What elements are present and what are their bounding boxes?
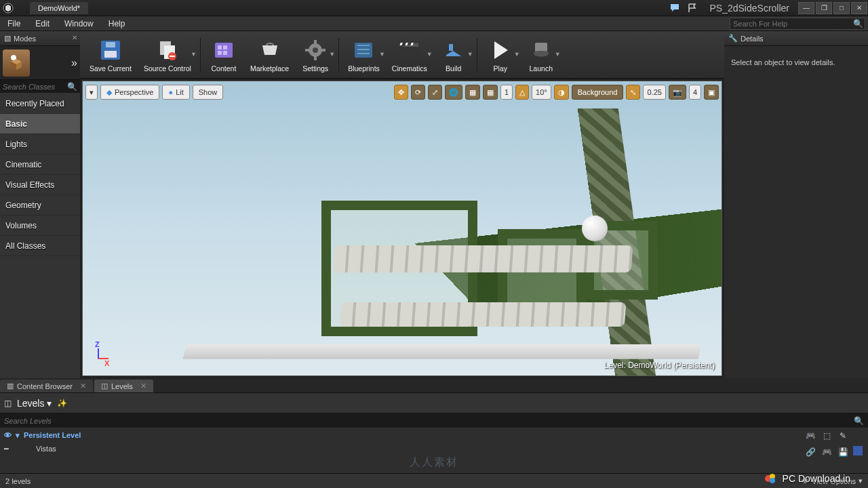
maximize-viewport-icon[interactable]: ▣ (704, 85, 719, 100)
lock-icon[interactable]: 🔗 (804, 446, 816, 458)
save-icon[interactable]: 💾 (837, 446, 849, 458)
source-control-icon (155, 37, 180, 63)
scale-snap-icon[interactable]: ◑ (554, 85, 569, 100)
content-button[interactable]: Content (204, 33, 243, 77)
flag-icon[interactable] (686, 1, 699, 15)
svg-rect-26 (405, 43, 408, 45)
close-icon[interactable]: ✕ (140, 382, 146, 390)
chevron-down-icon[interactable]: ▾ (16, 431, 20, 440)
svg-rect-24 (401, 47, 418, 58)
cinematics-button[interactable]: Cinematics ▼ (387, 33, 433, 77)
chevron-down-icon[interactable]: ▼ (555, 51, 561, 58)
background-button[interactable]: Background (572, 85, 624, 100)
svg-rect-3 (104, 51, 117, 58)
launch-button[interactable]: Launch ▼ (521, 33, 561, 77)
document-tab[interactable]: DemoWorld* (30, 2, 88, 14)
cat-lights[interactable]: Lights (0, 134, 80, 155)
tab-levels[interactable]: ◫ Levels ✕ (94, 380, 153, 392)
details-panel: 🔧 Details Select an object to view detai… (724, 31, 868, 378)
search-classes[interactable]: 🔍 (0, 80, 80, 94)
camera-speed-icon[interactable]: ⤡ (626, 85, 640, 100)
cat-volumes[interactable]: Volumes (0, 216, 80, 236)
ue-logo-icon (0, 0, 16, 16)
search-levels[interactable]: 🔍 (0, 413, 868, 428)
close-icon[interactable]: ✕ (72, 34, 77, 41)
lit-icon: ● (168, 88, 173, 96)
gamepad-icon (528, 37, 554, 63)
svg-rect-28 (449, 44, 453, 51)
marketplace-button[interactable]: Marketplace (245, 33, 294, 77)
svg-rect-19 (321, 49, 326, 52)
perspective-dropdown[interactable]: ◆Perspective (100, 85, 159, 100)
coord-space-icon[interactable]: 🌐 (445, 85, 462, 100)
cat-geometry[interactable]: Geometry (0, 195, 80, 216)
camera-icon[interactable]: 📷 (669, 85, 686, 100)
viewport-options-dropdown[interactable]: ▾ (85, 85, 98, 100)
build-button[interactable]: Build ▼ (434, 33, 473, 77)
chevron-down-icon[interactable]: ▼ (514, 51, 520, 58)
grid-snap-icon[interactable]: ▦ (483, 85, 498, 100)
cat-all-classes[interactable]: All Classes (0, 236, 80, 256)
chevron-down-icon[interactable]: ▼ (329, 51, 335, 58)
angle-snap-icon[interactable]: △ (515, 85, 529, 100)
level-row-persistent[interactable]: 👁 ▾ Persistent Level (0, 428, 868, 442)
surface-snap-icon[interactable]: ▦ (465, 85, 480, 100)
scale-gizmo-icon[interactable]: ⤢ (428, 85, 442, 100)
menu-help[interactable]: Help (101, 17, 133, 30)
search-levels-input[interactable] (4, 417, 864, 425)
place-mode-icon[interactable] (3, 49, 30, 77)
search-help-input[interactable] (730, 18, 865, 30)
close-button[interactable]: ✕ (851, 2, 867, 14)
modes-panel: ▧ Modes ✕ » 🔍 Recently Placed Basic Ligh… (0, 31, 80, 378)
edit-icon[interactable]: ✎ (837, 430, 849, 442)
search-help[interactable]: 🔍 (730, 18, 865, 30)
menu-file[interactable]: File (0, 17, 28, 30)
cat-visual-effects[interactable]: Visual Effects (0, 175, 80, 195)
camera-speed-value[interactable]: 4 (689, 85, 701, 100)
close-icon[interactable]: ✕ (80, 382, 86, 390)
gamepad-icon[interactable]: 🎮 (804, 430, 816, 442)
gamepad-icon[interactable]: 🎮 (821, 446, 833, 458)
levels-dropdown[interactable]: Levels ▾ (17, 398, 52, 409)
eye-closed-icon[interactable]: ━ (4, 445, 9, 453)
maximize-button[interactable]: □ (833, 2, 850, 14)
minimize-button[interactable]: — (798, 2, 814, 14)
blueprints-button[interactable]: Blueprints ▼ (342, 33, 385, 77)
chevron-down-icon[interactable]: ▼ (467, 51, 473, 58)
viewport[interactable]: ▾ ◆Perspective ●Lit Show ✥ ⟳ ⤢ 🌐 ▦ ▦ 1 △… (82, 81, 722, 376)
scene-render (83, 81, 722, 375)
cat-recently-placed[interactable]: Recently Placed (0, 94, 80, 114)
cat-basic[interactable]: Basic (0, 114, 80, 134)
eye-icon[interactable]: 👁 (4, 431, 12, 439)
scale-snap-value[interactable]: 0.25 (643, 85, 665, 100)
cat-cinematic[interactable]: Cinematic (0, 155, 80, 175)
source-control-button[interactable]: Source Control ▼ (138, 33, 197, 77)
menu-window[interactable]: Window (57, 17, 101, 30)
svg-rect-25 (399, 43, 402, 45)
expand-icon[interactable]: » (71, 57, 77, 69)
grid-snap-value[interactable]: 1 (500, 85, 513, 100)
details-icon: 🔧 (728, 34, 738, 43)
chevron-down-icon[interactable]: ▼ (379, 51, 385, 58)
play-button[interactable]: Play ▼ (481, 33, 520, 77)
tab-content-browser[interactable]: ▥ Content Browser ✕ (0, 380, 93, 392)
level-row-child[interactable]: ━ Vistas (0, 442, 868, 455)
level-details-icon[interactable]: ✨ (57, 399, 67, 408)
rotate-gizmo-icon[interactable]: ⟳ (411, 85, 425, 100)
translate-gizmo-icon[interactable]: ✥ (394, 85, 408, 100)
chevron-down-icon[interactable]: ▼ (191, 51, 197, 58)
angle-snap-value[interactable]: 10° (532, 85, 551, 100)
menu-edit[interactable]: Edit (28, 17, 57, 30)
kinematic-icon[interactable]: ⬚ (821, 430, 833, 442)
lit-dropdown[interactable]: ●Lit (162, 85, 189, 100)
restore-button[interactable]: ❐ (816, 2, 832, 14)
svg-point-32 (770, 478, 775, 483)
chevron-down-icon[interactable]: ▼ (427, 51, 433, 58)
color-icon[interactable] (853, 446, 863, 455)
search-classes-input[interactable] (3, 83, 77, 91)
show-dropdown[interactable]: Show (193, 85, 224, 100)
settings-button[interactable]: Settings ▼ (296, 33, 335, 77)
save-current-button[interactable]: Save Current (84, 33, 137, 77)
level-count: 2 levels (5, 477, 31, 485)
chat-bubble-icon[interactable] (668, 1, 682, 15)
